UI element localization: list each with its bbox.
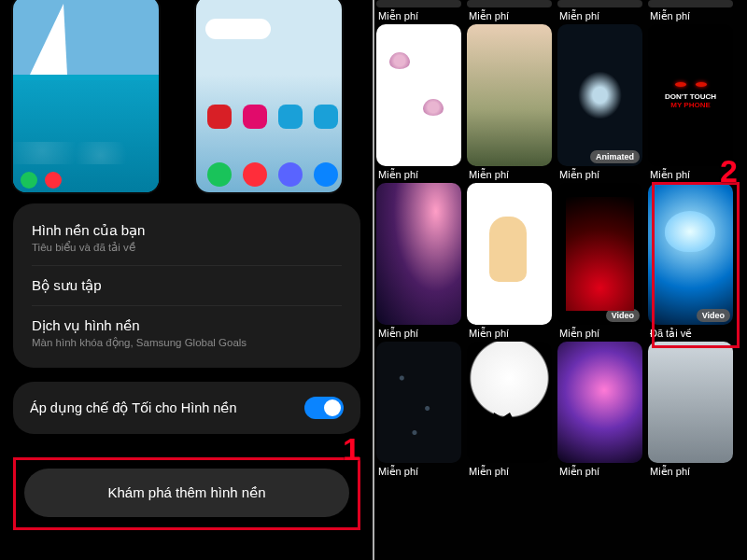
wallpaper-caption: Miễn phí — [376, 10, 461, 22]
home-apps-row — [207, 105, 338, 129]
wallpaper-cell[interactable]: VideoMiễn phí — [555, 183, 645, 342]
wallpaper-thumb-galaxy — [376, 183, 461, 325]
wallpaper-previews — [13, 0, 342, 192]
wallpaper-thumb-rain — [376, 342, 461, 463]
wallpaper-cell[interactable]: Miễn phí — [374, 342, 464, 480]
wallpaper-thumb-landscape — [467, 24, 552, 166]
wallpaper-thumb-cartoon — [467, 183, 552, 325]
wallpaper-thumb-dont-touch: DON'T TOUCH MY PHONE — [648, 24, 733, 166]
wallpaper-caption: Miễn phí — [557, 10, 642, 22]
option-gallery[interactable]: Bộ sưu tập — [32, 266, 342, 306]
wallpaper-caption: Miễn phí — [376, 169, 461, 181]
option-services[interactable]: Dịch vụ hình nền Màn hình khóa động, Sam… — [32, 306, 342, 360]
wallpaper-caption: Đã tải về — [648, 328, 733, 340]
wallpaper-thumb-jellyfish: Video — [648, 183, 733, 325]
app-icon — [278, 105, 303, 129]
wallpaper-caption: Miễn phí — [467, 466, 552, 478]
phone-icon — [21, 172, 37, 189]
wallpaper-caption: Miễn phí — [376, 328, 461, 340]
wallpaper-cell[interactable]: Miễn phí — [464, 24, 555, 183]
messages-icon — [314, 162, 338, 187]
wallpaper-caption: Miễn phí — [648, 10, 733, 22]
video-badge: Video — [697, 309, 730, 322]
homescreen-preview[interactable] — [196, 0, 342, 192]
wallpaper-cell-jellyfish[interactable]: VideoĐã tải về — [645, 183, 736, 342]
camera-icon — [243, 162, 267, 187]
lockscreen-preview[interactable] — [13, 0, 159, 192]
wallpaper-thumb — [557, 0, 642, 7]
wallpaper-cell[interactable]: Miễn phí — [374, 0, 464, 24]
option-title: Hình nền của bạn — [32, 222, 342, 239]
dont-touch-line2: MY PHONE — [670, 101, 711, 109]
browser-icon — [278, 162, 303, 187]
wallpaper-cell[interactable]: Miễn phí — [374, 24, 464, 183]
cloud-icon — [205, 19, 271, 39]
wave-icon — [13, 142, 159, 164]
wallpaper-cell[interactable]: Miễn phí — [555, 0, 645, 24]
wallpaper-thumb-animated: Animated — [557, 24, 642, 166]
dont-touch-line1: DON'T TOUCH — [665, 92, 716, 101]
wallpaper-cell[interactable]: Miễn phí — [464, 0, 555, 24]
step-number-2: 2 — [720, 153, 738, 189]
wallpaper-thumb-wolf — [467, 342, 552, 463]
option-title: Dịch vụ hình nền — [32, 317, 342, 334]
option-title: Bộ sưu tập — [32, 277, 342, 294]
wallpaper-thumb-nebula — [557, 342, 642, 463]
camera-icon — [45, 172, 62, 189]
wallpaper-thumb-red: Video — [557, 183, 642, 325]
app-icon — [314, 105, 338, 129]
explore-more-label: Khám phá thêm hình nền — [107, 484, 265, 501]
wallpaper-cell[interactable]: Miễn phí — [464, 342, 555, 480]
dark-mode-row: Áp dụng chế độ Tối cho Hình nền — [13, 382, 360, 434]
wallpaper-thumb — [376, 0, 461, 7]
dark-mode-toggle[interactable] — [304, 397, 344, 419]
wallpaper-cell[interactable]: Miễn phí — [645, 0, 736, 24]
wallpaper-caption: Miễn phí — [557, 169, 642, 181]
wallpaper-caption: Miễn phí — [467, 328, 552, 340]
app-icon — [243, 105, 267, 129]
wallpaper-thumb — [648, 0, 733, 7]
settings-pane: Hình nền của bạn Tiêu biểu và đã tải về … — [0, 0, 374, 560]
option-subtitle: Màn hình khóa động, Samsung Global Goals — [32, 336, 342, 349]
wallpaper-cell[interactable]: Miễn phí — [464, 183, 555, 342]
wallpaper-grid[interactable]: Miễn phí Miễn phí Miễn phí Miễn phí Miễn… — [374, 0, 747, 560]
wallpaper-grid-pane: Miễn phí Miễn phí Miễn phí Miễn phí Miễn… — [374, 0, 747, 560]
wallpaper-cell[interactable]: Miễn phí — [645, 342, 736, 480]
video-badge: Video — [606, 309, 640, 322]
wallpaper-thumb-butterfly — [376, 24, 461, 166]
explore-more-button[interactable]: Khám phá thêm hình nền — [24, 469, 349, 517]
wallpaper-caption: Miễn phí — [376, 466, 461, 478]
wallpaper-source-list: Hình nền của bạn Tiêu biểu và đã tải về … — [13, 203, 360, 368]
wallpaper-caption: Miễn phí — [467, 10, 552, 22]
option-subtitle: Tiêu biểu và đã tải về — [32, 241, 342, 254]
option-your-wallpapers[interactable]: Hình nền của bạn Tiêu biểu và đã tải về — [32, 211, 342, 266]
pane-divider — [373, 0, 374, 560]
app-icon — [207, 105, 232, 129]
wallpaper-caption: Miễn phí — [557, 328, 642, 340]
wallpaper-thumb — [467, 0, 552, 7]
eyes-icon — [675, 82, 707, 87]
sailboat-icon — [30, 4, 67, 78]
wallpaper-caption: Miễn phí — [557, 466, 642, 478]
wallpaper-cell[interactable]: AnimatedMiễn phí — [555, 24, 645, 183]
wallpaper-caption: Miễn phí — [467, 169, 552, 181]
wallpaper-cell[interactable]: Miễn phí — [555, 342, 645, 480]
wallpaper-cell[interactable]: Miễn phí — [374, 183, 464, 342]
step-number-1: 1 — [343, 431, 360, 468]
dark-mode-label: Áp dụng chế độ Tối cho Hình nền — [30, 400, 236, 415]
home-dock — [207, 162, 338, 187]
animated-badge: Animated — [590, 150, 640, 163]
lock-dock — [21, 172, 62, 189]
wallpaper-caption: Miễn phí — [648, 466, 733, 478]
phone-icon — [207, 162, 232, 187]
wallpaper-thumb-grey — [648, 342, 733, 463]
